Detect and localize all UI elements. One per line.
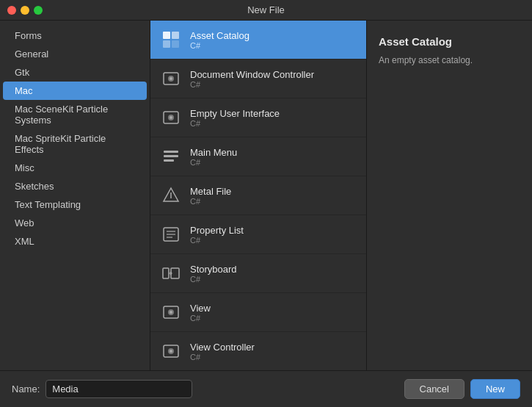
sidebar-item-misc[interactable]: Misc: [3, 159, 147, 177]
sidebar-item-gtk[interactable]: Gtk: [3, 63, 147, 82]
file-item-storyboard[interactable]: StoryboardC#: [150, 254, 366, 293]
file-item-main-menu[interactable]: Main MenuC#: [150, 137, 366, 176]
file-item-property-list[interactable]: Property ListC#: [150, 215, 366, 254]
storyboard-icon: [159, 262, 183, 285]
svg-rect-3: [172, 40, 179, 48]
bottom-bar: Name: Cancel New: [0, 370, 532, 407]
file-title: Document Window Controller: [190, 69, 357, 80]
sidebar-item-sketches[interactable]: Sketches: [3, 177, 147, 195]
file-subtitle: C#: [190, 158, 357, 167]
file-title: View: [190, 303, 357, 314]
sidebar-item-text-templating[interactable]: Text Templating: [3, 195, 147, 214]
cancel-button[interactable]: Cancel: [404, 379, 464, 399]
window-title: New File: [247, 4, 285, 15]
sidebar-item-mac[interactable]: Mac: [3, 82, 147, 100]
maximize-button[interactable]: [34, 6, 43, 15]
view-icon: [159, 67, 183, 90]
sidebar-item-mac-spritekit[interactable]: Mac SpriteKit Particle Effects: [3, 129, 147, 159]
sidebar-item-forms[interactable]: Forms: [3, 26, 147, 45]
svg-rect-19: [163, 268, 169, 278]
file-subtitle: C#: [190, 353, 357, 361]
file-subtitle: C#: [190, 80, 357, 89]
file-title: Metal File: [190, 186, 357, 197]
window-controls[interactable]: [7, 6, 43, 15]
file-subtitle: C#: [190, 314, 357, 323]
menu-icon: [159, 145, 183, 168]
svg-point-24: [170, 311, 172, 314]
view-icon: [159, 300, 183, 324]
detail-description: An empty asset catalog.: [379, 54, 520, 67]
file-title: Main Menu: [190, 147, 357, 158]
view-icon: [159, 106, 183, 129]
new-button[interactable]: New: [470, 379, 520, 399]
sidebar-item-general[interactable]: General: [3, 45, 147, 63]
file-title: Asset Catalog: [190, 30, 357, 41]
name-label: Name:: [12, 383, 40, 395]
list-icon: [159, 223, 183, 246]
file-item-document-window-controller[interactable]: Document Window ControllerC#: [150, 60, 366, 98]
view-icon: [159, 339, 183, 363]
svg-rect-12: [164, 159, 174, 162]
file-title: View Controller: [190, 342, 357, 353]
main-container: FormsGeneralGtkMacMac SceneKit Particle …: [0, 21, 532, 407]
file-item-asset-catalog[interactable]: Asset CatalogC#: [150, 21, 366, 60]
file-title: Property List: [190, 225, 357, 236]
file-subtitle: C#: [190, 275, 357, 284]
file-subtitle: C#: [190, 119, 357, 128]
content-area: FormsGeneralGtkMacMac SceneKit Particle …: [0, 21, 532, 370]
file-list: Asset CatalogC# Document Window Controll…: [150, 21, 367, 370]
close-button[interactable]: [7, 6, 16, 15]
file-item-view-controller[interactable]: View ControllerC#: [150, 332, 366, 370]
svg-rect-2: [163, 40, 170, 48]
svg-rect-1: [172, 32, 179, 39]
svg-point-27: [170, 350, 172, 353]
sidebar-item-web[interactable]: Web: [3, 214, 147, 232]
sidebar: FormsGeneralGtkMacMac SceneKit Particle …: [0, 21, 150, 370]
minimize-button[interactable]: [21, 6, 29, 15]
name-input[interactable]: [45, 380, 192, 398]
svg-point-9: [170, 116, 172, 119]
svg-rect-11: [164, 155, 178, 157]
detail-panel: Asset Catalog An empty asset catalog.: [367, 21, 532, 370]
detail-title: Asset Catalog: [379, 35, 520, 48]
file-item-view[interactable]: ViewC#: [150, 293, 366, 332]
file-item-metal-file[interactable]: Metal FileC#: [150, 176, 366, 215]
asset-icon: [159, 28, 183, 51]
svg-rect-10: [164, 151, 178, 153]
file-subtitle: C#: [190, 197, 357, 206]
title-bar: New File: [0, 0, 532, 21]
file-subtitle: C#: [190, 41, 357, 50]
svg-rect-0: [163, 32, 170, 39]
sidebar-item-xml[interactable]: XML: [3, 232, 147, 251]
file-title: Empty User Interface: [190, 108, 357, 119]
metal-icon: [159, 184, 183, 207]
file-title: Storyboard: [190, 264, 357, 275]
file-item-empty-user-interface[interactable]: Empty User InterfaceC#: [150, 98, 366, 137]
svg-point-6: [170, 77, 172, 80]
sidebar-item-mac-scenekit[interactable]: Mac SceneKit Particle Systems: [3, 100, 147, 129]
file-subtitle: C#: [190, 236, 357, 245]
